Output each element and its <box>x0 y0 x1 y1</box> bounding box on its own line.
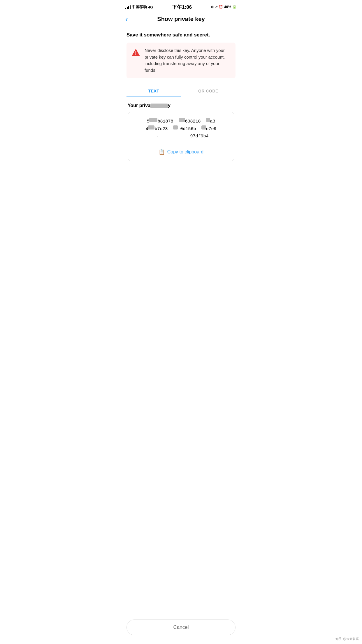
warning-text: Never disclose this key. Anyone with you… <box>145 47 231 74</box>
battery-label: 40% <box>224 5 231 9</box>
battery-icon: 🔋 <box>232 5 237 9</box>
copy-icon: 📋 <box>159 149 165 155</box>
time-label: 下午1:06 <box>172 4 192 10</box>
network-label: 4G <box>148 5 153 9</box>
warning-icon: ! <box>131 48 140 57</box>
tab-qr-code[interactable]: QR CODE <box>181 85 236 97</box>
status-bar: 中国移动 4G 下午1:06 ⊕ ↗ ⏰ 40% 🔋 <box>121 0 241 13</box>
key-text: 5 b81878 608218 a3 4 b7e23 0d156b e7e9 -… <box>134 118 228 140</box>
svg-text:!: ! <box>135 51 136 56</box>
private-key-section: Your priva y 5 b81878 608218 a3 4 b7e23 … <box>126 103 236 161</box>
main-content: Save it somewhere safe and secret. ! Nev… <box>121 26 241 161</box>
back-button[interactable]: ‹ <box>125 15 128 23</box>
page-title: Show private key <box>157 16 205 22</box>
save-message: Save it somewhere safe and secret. <box>126 32 236 38</box>
tab-text[interactable]: TEXT <box>126 85 181 97</box>
private-key-label: Your priva y <box>128 103 234 108</box>
copy-label: Copy to clipboard <box>167 149 204 155</box>
location-icon: ⊕ ↗ ⏰ <box>211 5 223 9</box>
carrier-label: 中国移动 <box>132 4 147 10</box>
key-box: 5 b81878 608218 a3 4 b7e23 0d156b e7e9 -… <box>128 112 234 161</box>
tabs-container: TEXT QR CODE <box>126 85 236 97</box>
status-right: ⊕ ↗ ⏰ 40% 🔋 <box>211 5 237 9</box>
status-left: 中国移动 4G <box>125 4 153 10</box>
nav-bar: ‹ Show private key <box>121 13 241 26</box>
signal-icon <box>125 5 131 9</box>
copy-button[interactable]: 📋 Copy to clipboard <box>134 149 228 155</box>
warning-banner: ! Never disclose this key. Anyone with y… <box>126 43 236 78</box>
key-divider <box>134 145 228 145</box>
